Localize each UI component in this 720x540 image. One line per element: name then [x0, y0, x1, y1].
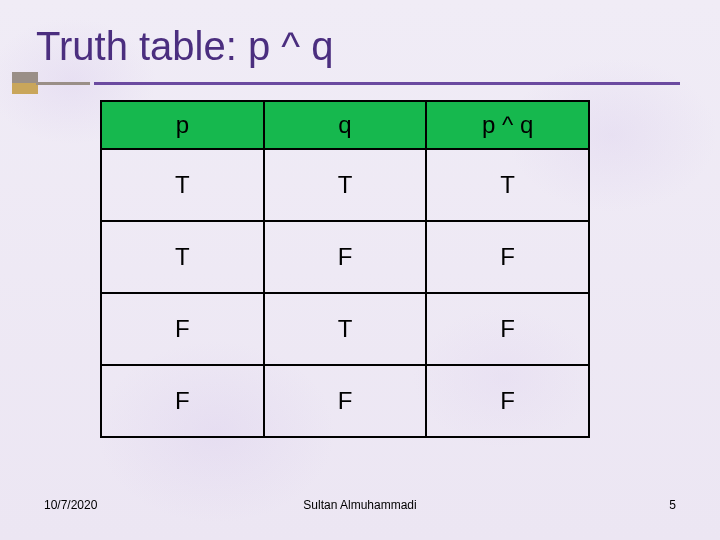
table-header-row: p q p ^ q [101, 101, 589, 149]
table-cell: F [101, 365, 264, 437]
title-underline [36, 82, 680, 85]
table-row: F F F [101, 365, 589, 437]
slide-title: Truth table: p ^ q [36, 24, 333, 68]
table-cell: T [101, 149, 264, 221]
slide-title-row: Truth table: p ^ q [36, 26, 680, 86]
table-cell: F [101, 293, 264, 365]
table-header-cell: p ^ q [426, 101, 589, 149]
table-cell: T [426, 149, 589, 221]
table-row: F T F [101, 293, 589, 365]
table-cell: F [426, 293, 589, 365]
footer-page-number: 5 [669, 498, 676, 512]
table-cell: T [101, 221, 264, 293]
table-cell: F [426, 365, 589, 437]
footer-author: Sultan Almuhammadi [0, 498, 720, 512]
table-header-cell: p [101, 101, 264, 149]
table-cell: T [264, 293, 427, 365]
slide: Truth table: p ^ q p q p ^ q T T T [0, 0, 720, 540]
table-header-cell: q [264, 101, 427, 149]
table-cell: F [264, 365, 427, 437]
table-cell: F [264, 221, 427, 293]
table-cell: F [426, 221, 589, 293]
svg-rect-1 [12, 83, 38, 94]
table-cell: T [264, 149, 427, 221]
truth-table: p q p ^ q T T T T F F F T F F [100, 100, 590, 438]
table-row: T F F [101, 221, 589, 293]
table-row: T T T [101, 149, 589, 221]
title-bullet-icon [12, 72, 38, 94]
svg-rect-0 [12, 72, 38, 83]
